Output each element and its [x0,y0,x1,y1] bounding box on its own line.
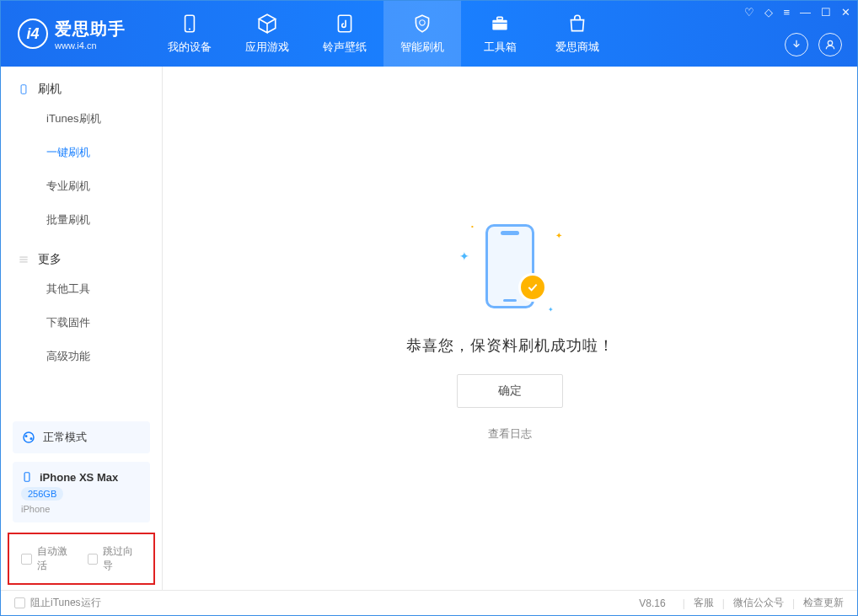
app-header: i4 爱思助手 www.i4.cn 我的设备 应用游戏 铃声壁纸 智能刷机 工具… [1,1,857,67]
sidebar-section-flash: 刷机 [1,82,162,102]
download-button[interactable] [785,33,808,56]
sparkle-icon: • [471,222,474,230]
svg-rect-3 [492,20,507,30]
mode-label: 正常模式 [43,430,87,445]
store-icon [566,13,588,35]
version-label: V8.16 [639,597,665,609]
app-subtitle: www.i4.cn [55,40,126,51]
checkbox-auto-activate[interactable]: 自动激活 [21,544,76,573]
feedback-icon[interactable]: ♡ [744,6,754,19]
sidebar: 刷机 iTunes刷机 一键刷机 专业刷机 批量刷机 更多 其他工具 下载固件 … [1,67,163,590]
device-panel: 正常模式 iPhone XS Max 256GB iPhone [1,411,162,533]
tab-toolbox[interactable]: 工具箱 [461,1,539,67]
tab-label: 铃声壁纸 [323,40,367,55]
success-graphic: ✦ ✦ ✦ • [451,216,569,317]
device-small-icon [21,470,33,484]
toolbox-icon [489,13,511,35]
checkbox-icon [88,554,99,565]
sidebar-item-advanced[interactable]: 高级功能 [1,340,162,373]
checkbox-icon [14,597,25,608]
user-button[interactable] [818,33,842,56]
checkmark-badge-icon [518,273,547,302]
phone-outline-icon [18,83,29,95]
footer-link-support[interactable]: 客服 [694,596,714,610]
device-type: iPhone [21,504,142,514]
svg-point-9 [25,435,28,437]
sidebar-section-more: 更多 [1,252,162,272]
cube-icon [256,13,278,35]
logo-area: i4 爱思助手 www.i4.cn [1,18,142,51]
header-actions [785,33,842,56]
tab-ringtones[interactable]: 铃声壁纸 [306,1,383,67]
view-log-link[interactable]: 查看日志 [488,426,532,442]
tab-smart-flash[interactable]: 智能刷机 [383,1,461,67]
svg-rect-7 [21,85,26,94]
sparkle-icon: ✦ [555,231,562,240]
mode-row[interactable]: 正常模式 [13,421,150,453]
shield-icon [411,13,433,35]
sidebar-item-pro-flash[interactable]: 专业刷机 [1,169,162,203]
sparkle-icon: ✦ [548,306,554,313]
sidebar-item-batch-flash[interactable]: 批量刷机 [1,203,162,237]
sidebar-item-other-tools[interactable]: 其他工具 [1,272,162,306]
sidebar-item-itunes-flash[interactable]: iTunes刷机 [1,102,162,136]
tab-label: 应用游戏 [245,40,289,55]
footer-link-update[interactable]: 检查更新 [803,596,844,610]
checkbox-label: 自动激活 [37,544,76,573]
music-icon [334,13,356,35]
menu-icon[interactable]: ≡ [783,6,790,19]
svg-rect-2 [338,15,351,32]
svg-point-10 [30,437,33,440]
close-button[interactable]: ✕ [841,6,850,19]
svg-rect-4 [497,17,503,19]
footer-link-wechat[interactable]: 微信公众号 [733,596,784,610]
list-icon [18,254,29,265]
sidebar-item-download-firmware[interactable]: 下载固件 [1,306,162,340]
capacity-badge: 256GB [21,487,63,501]
main-content: ✦ ✦ ✦ • 恭喜您，保资料刷机成功啦！ 确定 查看日志 [163,67,857,590]
highlighted-options: 自动激活 跳过向导 [8,533,155,585]
tab-store[interactable]: 爱思商城 [539,1,616,67]
tab-label: 智能刷机 [400,40,444,55]
nav-tabs: 我的设备 应用游戏 铃声壁纸 智能刷机 工具箱 爱思商城 [151,1,616,67]
checkbox-skip-guide[interactable]: 跳过向导 [88,544,142,573]
tab-my-device[interactable]: 我的设备 [151,1,228,67]
svg-point-6 [828,40,832,45]
window-controls: ♡ ◇ ≡ — ☐ ✕ [744,6,850,19]
app-title: 爱思助手 [55,18,126,40]
tab-apps-games[interactable]: 应用游戏 [228,1,306,67]
app-body: 刷机 iTunes刷机 一键刷机 专业刷机 批量刷机 更多 其他工具 下载固件 … [1,67,857,590]
checkbox-icon [21,554,32,565]
checkbox-block-itunes[interactable]: 阻止iTunes运行 [14,596,101,610]
success-message: 恭喜您，保资料刷机成功啦！ [406,335,614,356]
section-title: 刷机 [38,82,62,97]
skin-icon[interactable]: ◇ [764,6,773,19]
tab-label: 工具箱 [484,40,517,55]
svg-point-8 [24,432,34,442]
tab-label: 爱思商城 [555,40,599,55]
svg-rect-5 [492,23,507,24]
checkbox-label: 跳过向导 [103,544,142,573]
checkbox-label: 阻止iTunes运行 [30,596,101,610]
status-bar: 阻止iTunes运行 V8.16 | 客服 | 微信公众号 | 检查更新 [1,590,857,615]
sidebar-item-oneclick-flash[interactable]: 一键刷机 [1,136,162,169]
ok-button[interactable]: 确定 [457,374,563,408]
device-name: iPhone XS Max [40,471,118,484]
sparkle-icon: ✦ [459,249,469,263]
section-title: 更多 [38,252,62,267]
device-row[interactable]: iPhone XS Max 256GB iPhone [13,462,150,522]
logo-icon: i4 [18,19,48,49]
tab-label: 我的设备 [168,40,212,55]
minimize-button[interactable]: — [800,6,811,19]
mode-icon [21,430,36,445]
maximize-button[interactable]: ☐ [821,6,831,19]
svg-point-1 [189,28,190,29]
svg-rect-11 [24,473,29,482]
device-icon [179,13,201,35]
